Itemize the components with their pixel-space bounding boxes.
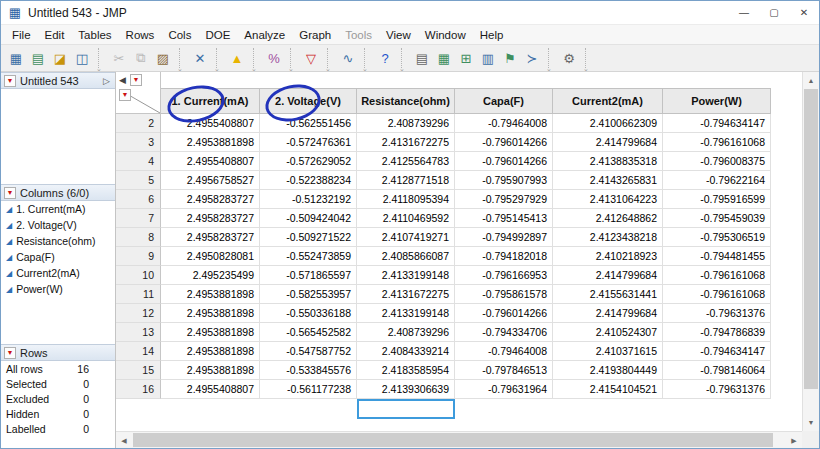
- data-cell[interactable]: -0.561177238: [260, 380, 357, 399]
- data-cell[interactable]: -0.795916599: [663, 190, 771, 209]
- row-number[interactable]: 16: [116, 380, 161, 399]
- clear-icon[interactable]: ✕: [190, 48, 210, 68]
- paste-icon[interactable]: ▨: [153, 48, 173, 68]
- row-number[interactable]: 8: [116, 228, 161, 247]
- data-cell[interactable]: 2.4139306639: [357, 380, 455, 399]
- report-table-icon[interactable]: ▦: [434, 48, 454, 68]
- data-cell[interactable]: 2.4953881898: [161, 133, 260, 152]
- red-triangle-menu-icon[interactable]: ▼: [4, 187, 16, 199]
- data-cell[interactable]: -0.565452582: [260, 323, 357, 342]
- data-cell[interactable]: -0.795861578: [455, 285, 553, 304]
- column-header-6[interactable]: Power(W): [663, 88, 771, 114]
- data-cell[interactable]: -0.795459039: [663, 209, 771, 228]
- save-icon[interactable]: ◫: [72, 48, 92, 68]
- data-cell[interactable]: 2.4133199148: [357, 304, 455, 323]
- row-number[interactable]: 2: [116, 114, 161, 133]
- column-header-5[interactable]: Current2(mA): [553, 88, 663, 114]
- row-number[interactable]: 5: [116, 171, 161, 190]
- vertical-scrollbar-thumb[interactable]: [804, 89, 818, 389]
- rows-red-triangle-menu-icon[interactable]: ▼: [119, 89, 131, 101]
- data-cell[interactable]: -0.572476361: [260, 133, 357, 152]
- row-number[interactable]: 15: [116, 361, 161, 380]
- column-header-3[interactable]: Resistance(ohm): [357, 88, 455, 114]
- menu-file[interactable]: File: [5, 27, 38, 43]
- data-cell[interactable]: 2.4958283727: [161, 209, 260, 228]
- data-cell[interactable]: 2.414799684: [553, 133, 663, 152]
- minimize-button-icon[interactable]: —: [729, 1, 759, 24]
- column-list-item[interactable]: ◢2. Voltage(V): [1, 217, 115, 233]
- data-cell[interactable]: 2.4133199148: [357, 266, 455, 285]
- row-number[interactable]: 9: [116, 247, 161, 266]
- data-cell[interactable]: 2.4131672275: [357, 133, 455, 152]
- percent-format-icon[interactable]: %: [264, 48, 284, 68]
- new-journal-icon[interactable]: ▤: [28, 48, 48, 68]
- data-cell[interactable]: 2.408739296: [357, 323, 455, 342]
- data-cell[interactable]: -0.533845576: [260, 361, 357, 380]
- red-triangle-menu-icon[interactable]: ▼: [4, 347, 16, 359]
- data-cell[interactable]: -0.79631376: [663, 380, 771, 399]
- vertical-scrollbar[interactable]: ▲ ▼: [802, 72, 819, 431]
- data-cell[interactable]: 2.410371615: [553, 342, 663, 361]
- data-cell[interactable]: 2.4953881898: [161, 361, 260, 380]
- data-cell[interactable]: 2.4155631441: [553, 285, 663, 304]
- row-number[interactable]: 3: [116, 133, 161, 152]
- data-cell[interactable]: -0.79631964: [455, 380, 553, 399]
- data-cell[interactable]: -0.796161068: [663, 266, 771, 285]
- data-cell[interactable]: 2.4131672275: [357, 285, 455, 304]
- graph-builder-icon[interactable]: ∿: [338, 48, 358, 68]
- scroll-left-icon[interactable]: ◀: [116, 432, 132, 449]
- data-cell[interactable]: -0.798146064: [663, 361, 771, 380]
- data-cell[interactable]: 2.4958283727: [161, 190, 260, 209]
- data-cell[interactable]: -0.571865597: [260, 266, 357, 285]
- data-cell[interactable]: -0.547587752: [260, 342, 357, 361]
- data-cell[interactable]: 2.4123438218: [553, 228, 663, 247]
- data-cell[interactable]: 2.4118095394: [357, 190, 455, 209]
- data-filter-icon[interactable]: ▽: [301, 48, 321, 68]
- data-cell[interactable]: -0.797846513: [455, 361, 553, 380]
- data-cell[interactable]: -0.582553957: [260, 285, 357, 304]
- data-cell[interactable]: 2.410524307: [553, 323, 663, 342]
- close-button-icon[interactable]: ✕: [789, 1, 819, 24]
- data-cell[interactable]: 2.4138835318: [553, 152, 663, 171]
- data-cell[interactable]: 2.410218923: [553, 247, 663, 266]
- rows-stat-hidden[interactable]: Hidden0: [1, 406, 89, 421]
- print-icon[interactable]: ▤: [412, 48, 432, 68]
- data-cell[interactable]: 2.414799684: [553, 304, 663, 323]
- data-cell[interactable]: 2.4107419271: [357, 228, 455, 247]
- menu-view[interactable]: View: [379, 27, 418, 43]
- menu-graph[interactable]: Graph: [292, 27, 338, 43]
- data-cell[interactable]: 2.4110469592: [357, 209, 455, 228]
- data-cell[interactable]: -0.794182018: [455, 247, 553, 266]
- selected-cell[interactable]: [357, 399, 455, 419]
- data-cell[interactable]: -0.794334706: [455, 323, 553, 342]
- row-number[interactable]: 13: [116, 323, 161, 342]
- data-cell[interactable]: 2.4950828081: [161, 247, 260, 266]
- row-number[interactable]: 12: [116, 304, 161, 323]
- row-number[interactable]: 14: [116, 342, 161, 361]
- data-cell[interactable]: -0.79622164: [663, 171, 771, 190]
- row-number[interactable]: 6: [116, 190, 161, 209]
- data-cell[interactable]: -0.795297929: [455, 190, 553, 209]
- data-cell[interactable]: -0.509424042: [260, 209, 357, 228]
- data-cell[interactable]: 2.4154104521: [553, 380, 663, 399]
- expand-arrow-icon[interactable]: ▷: [103, 76, 112, 86]
- menu-tables[interactable]: Tables: [71, 27, 118, 43]
- scroll-up-icon[interactable]: ▲: [803, 72, 819, 89]
- rows-stat-labelled[interactable]: Labelled0: [1, 421, 89, 436]
- red-triangle-menu-icon[interactable]: ▼: [4, 75, 16, 87]
- data-cell[interactable]: 2.414799684: [553, 266, 663, 285]
- data-cell[interactable]: -0.796008375: [663, 152, 771, 171]
- data-cell[interactable]: 2.4131064223: [553, 190, 663, 209]
- menu-help[interactable]: Help: [473, 27, 511, 43]
- scroll-down-icon[interactable]: ▼: [803, 414, 819, 431]
- columns-red-triangle-menu-icon[interactable]: ▼: [130, 74, 142, 86]
- data-cell[interactable]: 2.4953881898: [161, 342, 260, 361]
- data-cell[interactable]: 2.4955408807: [161, 152, 260, 171]
- column-list-item[interactable]: ◢Power(W): [1, 281, 115, 297]
- data-cell[interactable]: 2.4125564783: [357, 152, 455, 171]
- data-cell[interactable]: 2.4955408807: [161, 380, 260, 399]
- data-cell[interactable]: 2.4085866087: [357, 247, 455, 266]
- data-cell[interactable]: 2.4084339214: [357, 342, 455, 361]
- menu-doe[interactable]: DOE: [198, 27, 237, 43]
- rows-stat-excluded[interactable]: Excluded0: [1, 391, 89, 406]
